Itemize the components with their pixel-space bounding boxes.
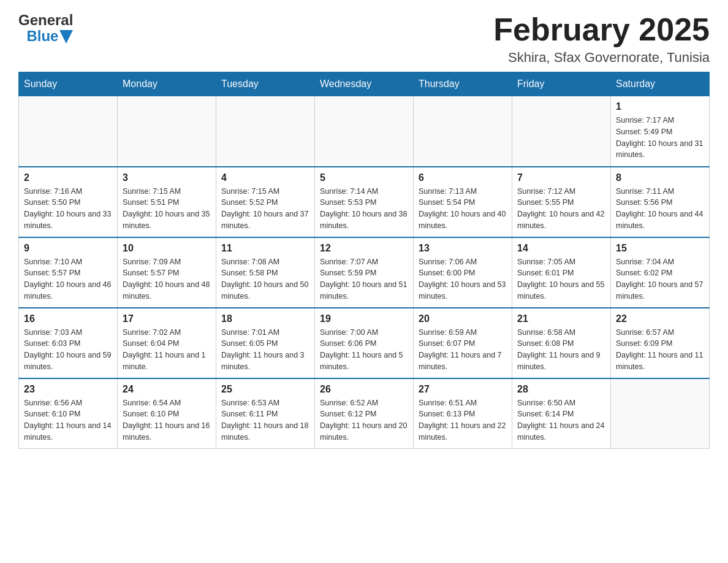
calendar-title: February 2025 — [493, 12, 710, 47]
logo-triangle-icon — [59, 30, 73, 44]
calendar-day-cell: 5Sunrise: 7:14 AMSunset: 5:53 PMDaylight… — [315, 167, 414, 237]
calendar-week-row: 23Sunrise: 6:56 AMSunset: 6:10 PMDayligh… — [19, 378, 710, 449]
day-info: Sunrise: 7:05 AMSunset: 6:01 PMDaylight:… — [517, 256, 605, 302]
svg-marker-0 — [59, 30, 73, 44]
day-info: Sunrise: 6:52 AMSunset: 6:12 PMDaylight:… — [320, 397, 408, 443]
day-info: Sunrise: 7:10 AMSunset: 5:57 PMDaylight:… — [24, 256, 112, 302]
day-info: Sunrise: 7:00 AMSunset: 6:06 PMDaylight:… — [320, 327, 408, 373]
day-number: 8 — [616, 172, 704, 183]
calendar-header: SundayMondayTuesdayWednesdayThursdayFrid… — [19, 72, 710, 96]
day-info: Sunrise: 7:09 AMSunset: 5:57 PMDaylight:… — [123, 256, 211, 302]
day-number: 23 — [24, 384, 112, 395]
day-number: 25 — [221, 384, 309, 395]
day-number: 10 — [123, 243, 211, 254]
calendar-body: 1Sunrise: 7:17 AMSunset: 5:49 PMDaylight… — [19, 96, 710, 449]
calendar-subtitle: Skhira, Sfax Governorate, Tunisia — [493, 50, 710, 66]
day-number: 5 — [320, 172, 408, 183]
calendar-day-cell — [512, 96, 611, 167]
day-number: 28 — [517, 384, 605, 395]
calendar-day-cell: 28Sunrise: 6:50 AMSunset: 6:14 PMDayligh… — [512, 378, 611, 449]
calendar-day-cell: 24Sunrise: 6:54 AMSunset: 6:10 PMDayligh… — [118, 378, 216, 449]
day-number: 7 — [517, 172, 605, 183]
calendar-day-cell — [315, 96, 414, 167]
calendar-week-row: 2Sunrise: 7:16 AMSunset: 5:50 PMDaylight… — [19, 167, 710, 237]
logo: General Blue — [18, 12, 73, 45]
day-number: 2 — [24, 172, 112, 183]
day-number: 17 — [123, 313, 211, 324]
day-info: Sunrise: 6:58 AMSunset: 6:08 PMDaylight:… — [517, 327, 605, 373]
calendar-day-cell: 2Sunrise: 7:16 AMSunset: 5:50 PMDaylight… — [19, 167, 118, 237]
calendar-day-cell: 16Sunrise: 7:03 AMSunset: 6:03 PMDayligh… — [19, 308, 118, 378]
calendar-week-row: 1Sunrise: 7:17 AMSunset: 5:49 PMDaylight… — [19, 96, 710, 167]
day-info: Sunrise: 7:15 AMSunset: 5:52 PMDaylight:… — [221, 186, 309, 232]
calendar-day-cell — [414, 96, 512, 167]
page-header: General Blue February 2025 Skhira, Sfax … — [18, 12, 710, 66]
day-number: 3 — [123, 172, 211, 183]
day-of-week-header: Thursday — [414, 72, 512, 96]
calendar-day-cell: 9Sunrise: 7:10 AMSunset: 5:57 PMDaylight… — [19, 237, 118, 308]
calendar-day-cell: 23Sunrise: 6:56 AMSunset: 6:10 PMDayligh… — [19, 378, 118, 449]
calendar-week-row: 9Sunrise: 7:10 AMSunset: 5:57 PMDaylight… — [19, 237, 710, 308]
day-info: Sunrise: 7:04 AMSunset: 6:02 PMDaylight:… — [616, 256, 704, 302]
days-of-week-row: SundayMondayTuesdayWednesdayThursdayFrid… — [19, 72, 710, 96]
calendar-day-cell: 13Sunrise: 7:06 AMSunset: 6:00 PMDayligh… — [414, 237, 512, 308]
day-number: 1 — [616, 101, 704, 112]
day-info: Sunrise: 6:59 AMSunset: 6:07 PMDaylight:… — [419, 327, 507, 373]
day-of-week-header: Monday — [118, 72, 216, 96]
day-of-week-header: Wednesday — [315, 72, 414, 96]
day-info: Sunrise: 7:02 AMSunset: 6:04 PMDaylight:… — [123, 327, 211, 373]
day-number: 20 — [419, 313, 507, 324]
title-section: February 2025 Skhira, Sfax Governorate, … — [493, 12, 710, 66]
calendar-day-cell: 21Sunrise: 6:58 AMSunset: 6:08 PMDayligh… — [512, 308, 611, 378]
day-number: 24 — [123, 384, 211, 395]
calendar-day-cell: 17Sunrise: 7:02 AMSunset: 6:04 PMDayligh… — [118, 308, 216, 378]
calendar-day-cell: 22Sunrise: 6:57 AMSunset: 6:09 PMDayligh… — [611, 308, 710, 378]
day-number: 19 — [320, 313, 408, 324]
day-info: Sunrise: 7:07 AMSunset: 5:59 PMDaylight:… — [320, 256, 408, 302]
calendar-day-cell: 14Sunrise: 7:05 AMSunset: 6:01 PMDayligh… — [512, 237, 611, 308]
day-of-week-header: Saturday — [611, 72, 710, 96]
day-info: Sunrise: 6:50 AMSunset: 6:14 PMDaylight:… — [517, 397, 605, 443]
day-info: Sunrise: 7:13 AMSunset: 5:54 PMDaylight:… — [419, 186, 507, 232]
day-number: 16 — [24, 313, 112, 324]
day-number: 12 — [320, 243, 408, 254]
calendar-day-cell: 11Sunrise: 7:08 AMSunset: 5:58 PMDayligh… — [216, 237, 315, 308]
day-info: Sunrise: 7:03 AMSunset: 6:03 PMDaylight:… — [24, 327, 112, 373]
calendar-day-cell: 15Sunrise: 7:04 AMSunset: 6:02 PMDayligh… — [611, 237, 710, 308]
day-info: Sunrise: 7:11 AMSunset: 5:56 PMDaylight:… — [616, 186, 704, 232]
day-number: 9 — [24, 243, 112, 254]
calendar-day-cell: 1Sunrise: 7:17 AMSunset: 5:49 PMDaylight… — [611, 96, 710, 167]
day-of-week-header: Sunday — [19, 72, 118, 96]
logo-general-text: General — [18, 12, 73, 28]
day-number: 22 — [616, 313, 704, 324]
calendar-day-cell: 4Sunrise: 7:15 AMSunset: 5:52 PMDaylight… — [216, 167, 315, 237]
calendar-day-cell: 20Sunrise: 6:59 AMSunset: 6:07 PMDayligh… — [414, 308, 512, 378]
day-number: 14 — [517, 243, 605, 254]
calendar-table: SundayMondayTuesdayWednesdayThursdayFrid… — [18, 72, 710, 449]
day-info: Sunrise: 7:15 AMSunset: 5:51 PMDaylight:… — [123, 186, 211, 232]
day-of-week-header: Tuesday — [216, 72, 315, 96]
logo-blue-text: Blue — [26, 28, 58, 44]
day-number: 21 — [517, 313, 605, 324]
calendar-day-cell: 26Sunrise: 6:52 AMSunset: 6:12 PMDayligh… — [315, 378, 414, 449]
calendar-day-cell — [611, 378, 710, 449]
calendar-day-cell: 25Sunrise: 6:53 AMSunset: 6:11 PMDayligh… — [216, 378, 315, 449]
day-number: 6 — [419, 172, 507, 183]
day-of-week-header: Friday — [512, 72, 611, 96]
calendar-day-cell — [19, 96, 118, 167]
day-number: 15 — [616, 243, 704, 254]
calendar-day-cell: 7Sunrise: 7:12 AMSunset: 5:55 PMDaylight… — [512, 167, 611, 237]
day-info: Sunrise: 7:01 AMSunset: 6:05 PMDaylight:… — [221, 327, 309, 373]
day-info: Sunrise: 6:51 AMSunset: 6:13 PMDaylight:… — [419, 397, 507, 443]
day-info: Sunrise: 7:06 AMSunset: 6:00 PMDaylight:… — [419, 256, 507, 302]
calendar-day-cell: 6Sunrise: 7:13 AMSunset: 5:54 PMDaylight… — [414, 167, 512, 237]
day-info: Sunrise: 7:12 AMSunset: 5:55 PMDaylight:… — [517, 186, 605, 232]
day-number: 11 — [221, 243, 309, 254]
day-number: 18 — [221, 313, 309, 324]
day-number: 4 — [221, 172, 309, 183]
day-info: Sunrise: 7:16 AMSunset: 5:50 PMDaylight:… — [24, 186, 112, 232]
calendar-day-cell: 18Sunrise: 7:01 AMSunset: 6:05 PMDayligh… — [216, 308, 315, 378]
calendar-day-cell — [118, 96, 216, 167]
calendar-day-cell: 3Sunrise: 7:15 AMSunset: 5:51 PMDaylight… — [118, 167, 216, 237]
calendar-week-row: 16Sunrise: 7:03 AMSunset: 6:03 PMDayligh… — [19, 308, 710, 378]
